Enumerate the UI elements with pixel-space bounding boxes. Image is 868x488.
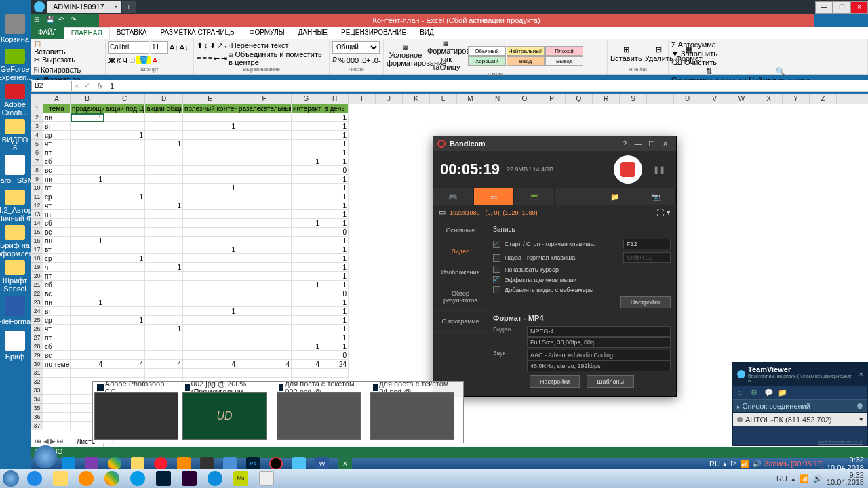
teamviewer-footer-link[interactable]: www.teamviewer.com — [818, 439, 863, 444]
cell[interactable]: 1 — [183, 122, 237, 131]
cell[interactable]: 1 — [321, 131, 349, 140]
sidebar-item-images[interactable]: Изображения — [433, 262, 488, 283]
tv-gear-icon[interactable]: ⚙ — [856, 402, 863, 411]
percent-icon[interactable]: % — [338, 56, 345, 64]
cell[interactable]: 4 — [237, 360, 292, 369]
host-tray-network-icon[interactable]: 📶 — [800, 474, 809, 483]
tray-flag-icon[interactable]: 🏳 — [730, 460, 737, 468]
cell[interactable] — [71, 263, 104, 272]
cell[interactable]: ср — [43, 192, 71, 201]
align-top-icon[interactable]: ⬆ — [197, 41, 203, 50]
style-bad[interactable]: Плохой — [545, 46, 583, 56]
col-header[interactable]: M — [457, 94, 484, 104]
cell[interactable]: 4 — [71, 360, 104, 369]
row-header[interactable]: 24 — [31, 307, 43, 316]
cell[interactable]: 1 — [321, 342, 349, 351]
cell[interactable]: вт — [43, 245, 71, 254]
cell[interactable] — [104, 342, 145, 351]
cell[interactable] — [292, 263, 321, 272]
cell[interactable] — [104, 333, 145, 342]
cell[interactable] — [292, 131, 321, 140]
pause-checkbox[interactable] — [493, 254, 500, 262]
row-header[interactable]: 23 — [31, 298, 43, 307]
row-header[interactable]: 31 — [31, 369, 43, 378]
col-header[interactable]: X — [755, 94, 783, 104]
col-header[interactable]: V — [701, 94, 728, 104]
cell[interactable] — [43, 395, 71, 404]
sidebar-item-general[interactable]: Основные — [433, 220, 488, 241]
cell[interactable] — [183, 369, 237, 378]
mode-blank-button[interactable] — [555, 188, 595, 205]
teamviewer-close-button[interactable]: × — [859, 370, 863, 378]
cell[interactable]: 4 — [292, 360, 321, 369]
paste-button[interactable]: 📋Вставить — [34, 41, 66, 56]
copy-button[interactable]: ⎘ Копировать — [34, 66, 81, 74]
align-right-icon[interactable]: ≡ — [208, 54, 212, 62]
host-tray-lang[interactable]: RU — [776, 474, 787, 483]
host-ie-icon[interactable] — [22, 470, 47, 487]
cell[interactable] — [237, 219, 292, 228]
row-header[interactable]: 5 — [31, 140, 43, 148]
cell[interactable] — [237, 307, 292, 316]
insert-cells-button[interactable]: ⊞Вставить — [610, 45, 642, 62]
host-teamviewer-icon[interactable] — [202, 470, 228, 487]
cell[interactable]: пт — [43, 148, 71, 157]
tray-volume-icon[interactable]: 🔊 — [752, 460, 762, 468]
cell[interactable]: акции под ЦА — [104, 104, 145, 113]
cell[interactable]: сб — [43, 157, 71, 166]
cell[interactable] — [104, 166, 145, 175]
cell[interactable] — [145, 272, 183, 281]
style-normal[interactable]: Обычный — [468, 46, 506, 56]
row-header[interactable]: 12 — [31, 201, 43, 210]
inner-taskbar[interactable]: Ps W X RU ▴ 🏳 📶 🔊 Запись [00:05:19] 9:32… — [31, 458, 868, 469]
cell[interactable] — [237, 342, 292, 351]
cell[interactable] — [183, 157, 237, 166]
cell[interactable] — [237, 272, 292, 281]
cell[interactable] — [104, 307, 145, 316]
tab-formulas[interactable]: ФОРМУЛЫ — [243, 27, 292, 39]
increase-font-icon[interactable]: A↑ — [170, 43, 178, 52]
cell[interactable] — [237, 140, 292, 148]
align-middle-icon[interactable]: ↕ — [204, 41, 208, 49]
record-stop-button[interactable] — [614, 155, 642, 184]
cell[interactable] — [145, 237, 183, 245]
cell[interactable]: вт — [43, 184, 71, 192]
cell[interactable] — [71, 369, 104, 378]
cursor-checkbox[interactable] — [493, 266, 500, 273]
select-all-corner[interactable] — [31, 94, 43, 104]
cell[interactable] — [292, 175, 321, 184]
cell[interactable] — [104, 148, 145, 157]
new-tab-button[interactable]: + — [122, 1, 136, 13]
cell[interactable] — [183, 333, 237, 342]
cell[interactable] — [104, 289, 145, 298]
cell[interactable] — [237, 113, 292, 122]
host-explorer-icon[interactable] — [47, 470, 73, 487]
templates-button[interactable]: Шаблоны — [587, 375, 634, 388]
row-header[interactable]: 28 — [31, 342, 43, 351]
cell[interactable] — [104, 325, 145, 333]
cell[interactable] — [183, 298, 237, 307]
cell[interactable] — [292, 333, 321, 342]
desktop-icon-parol[interactable]: parol_SGM — [1, 155, 28, 187]
col-header[interactable]: B — [71, 94, 104, 104]
cell[interactable]: 1 — [321, 122, 349, 131]
cell[interactable] — [145, 289, 183, 298]
cell[interactable]: 1 — [321, 140, 349, 148]
cell[interactable]: 1 — [321, 210, 349, 219]
cell[interactable]: вс — [43, 289, 71, 298]
cell[interactable] — [321, 369, 349, 378]
cell[interactable]: пн — [43, 237, 71, 245]
style-neutral[interactable]: Нейтральный — [507, 46, 545, 56]
col-header[interactable]: O — [511, 94, 538, 104]
cell[interactable]: тема — [43, 104, 71, 113]
cell[interactable]: 1 — [321, 307, 349, 316]
cell[interactable] — [292, 148, 321, 157]
fx-icon[interactable]: fx — [93, 82, 107, 90]
ps-thumbnail[interactable] — [94, 392, 178, 440]
tv-chat-icon[interactable]: 💬 — [764, 388, 772, 396]
cell[interactable] — [237, 289, 292, 298]
redo-icon[interactable]: ↷ — [71, 16, 80, 25]
cell[interactable]: 1 — [71, 237, 104, 245]
bandicam-title-bar[interactable]: Bandicam ? — ☐ × — [433, 136, 676, 151]
cell[interactable] — [292, 298, 321, 307]
